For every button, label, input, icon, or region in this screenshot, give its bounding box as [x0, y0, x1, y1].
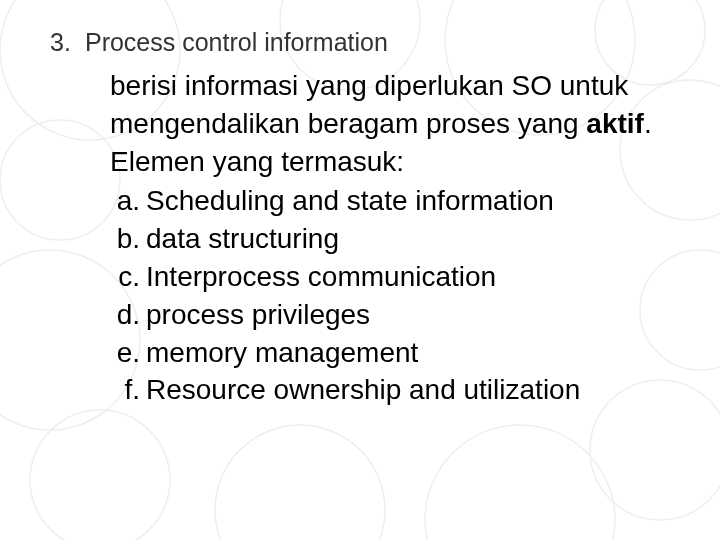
svg-point-9	[425, 425, 615, 540]
slide-content: 3. Process control information berisi in…	[0, 0, 720, 409]
heading: 3. Process control information	[50, 28, 680, 57]
item-label: c.	[110, 258, 140, 296]
heading-number: 3.	[50, 28, 78, 57]
list-item: f.Resource ownership and utilization	[110, 371, 680, 409]
sublist: a.Scheduling and state information b.dat…	[110, 182, 680, 409]
item-label: f.	[110, 371, 140, 409]
item-text: Resource ownership and utilization	[146, 374, 580, 405]
item-label: b.	[110, 220, 140, 258]
item-text: Interprocess communication	[146, 261, 496, 292]
heading-title: Process control information	[85, 28, 388, 56]
desc-bold: aktif	[586, 108, 644, 139]
desc-part1: berisi informasi yang diperlukan SO untu…	[110, 70, 628, 139]
item-label: a.	[110, 182, 140, 220]
item-text: data structuring	[146, 223, 339, 254]
list-item: c.Interprocess communication	[110, 258, 680, 296]
list-item: d.process privileges	[110, 296, 680, 334]
item-text: memory management	[146, 337, 418, 368]
item-text: Scheduling and state information	[146, 185, 554, 216]
item-label: d.	[110, 296, 140, 334]
svg-point-7	[30, 410, 170, 540]
list-item: a.Scheduling and state information	[110, 182, 680, 220]
item-text: process privileges	[146, 299, 370, 330]
svg-point-8	[215, 425, 385, 540]
list-item: b.data structuring	[110, 220, 680, 258]
item-label: e.	[110, 334, 140, 372]
list-item: e.memory management	[110, 334, 680, 372]
body-text: berisi informasi yang diperlukan SO untu…	[110, 67, 680, 409]
